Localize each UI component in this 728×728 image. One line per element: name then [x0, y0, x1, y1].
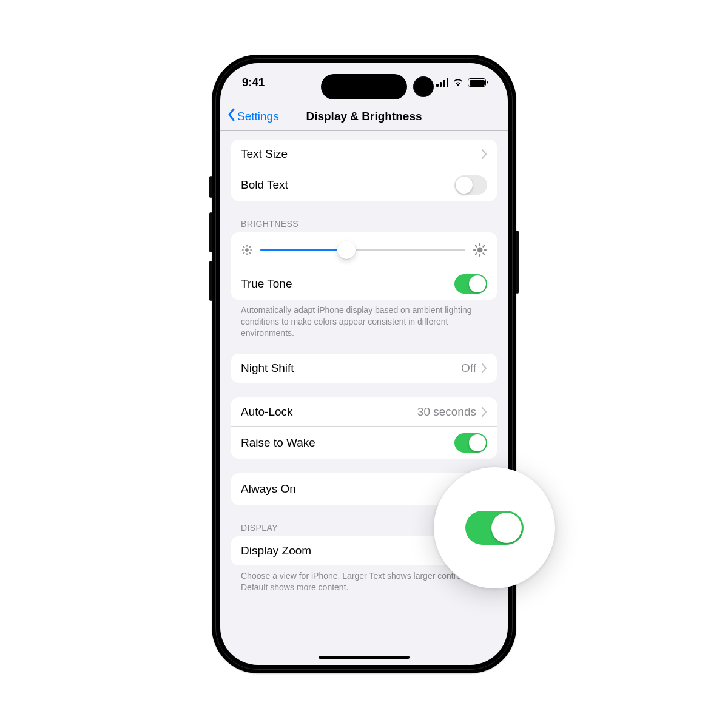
status-time: 9:41 [242, 76, 265, 89]
slider-thumb[interactable] [337, 241, 356, 259]
bold-text-toggle[interactable] [454, 175, 487, 195]
night-shift-value: Off [461, 362, 476, 375]
side-button-volume-down [209, 261, 212, 301]
night-shift-label: Night Shift [241, 362, 461, 375]
display-zoom-label: Display Zoom [241, 544, 440, 558]
raise-to-wake-toggle[interactable] [454, 433, 487, 453]
side-button-ringer [209, 176, 212, 198]
night-shift-row[interactable]: Night Shift Off [231, 354, 497, 383]
text-size-row[interactable]: Text Size [231, 140, 497, 169]
dynamic-island [321, 74, 407, 99]
brightness-slider-row [231, 232, 497, 268]
night-shift-group: Night Shift Off [231, 354, 497, 383]
chevron-right-icon [481, 149, 487, 159]
back-button[interactable]: Settings [228, 108, 279, 124]
side-button-power [516, 231, 519, 294]
text-size-label: Text Size [241, 147, 481, 161]
brightness-slider[interactable] [260, 241, 465, 259]
content-scroll[interactable]: Text Size Bold Text Brightness [220, 131, 508, 665]
device-frame: 9:41 Settings Display & Brightness [212, 55, 516, 673]
slider-fill [260, 249, 346, 251]
raise-to-wake-row: Raise to Wake [231, 426, 497, 459]
text-settings-group: Text Size Bold Text [231, 140, 497, 201]
chevron-right-icon [481, 363, 487, 373]
raise-to-wake-label: Raise to Wake [241, 436, 454, 450]
auto-lock-value: 30 seconds [417, 405, 476, 419]
svg-point-0 [245, 248, 249, 252]
svg-point-1 [477, 248, 483, 253]
sun-small-icon [241, 244, 253, 256]
wifi-icon [452, 78, 464, 87]
magnifier-callout [434, 467, 555, 588]
bold-text-row: Bold Text [231, 169, 497, 201]
bold-text-label: Bold Text [241, 178, 454, 192]
cellular-signal-icon [436, 78, 448, 87]
auto-lock-label: Auto-Lock [241, 405, 417, 419]
brightness-header: Brightness [231, 215, 497, 232]
always-on-toggle-magnified [465, 511, 524, 545]
true-tone-footer: Automatically adapt iPhone display based… [231, 300, 497, 339]
brightness-group: True Tone [231, 232, 497, 300]
always-on-label: Always On [241, 482, 454, 496]
battery-icon [468, 78, 486, 87]
status-right [436, 78, 486, 87]
lock-group: Auto-Lock 30 seconds Raise to Wake [231, 397, 497, 459]
true-tone-toggle[interactable] [454, 274, 487, 294]
side-button-volume-up [209, 212, 212, 252]
chevron-right-icon [481, 407, 487, 417]
chevron-left-icon [228, 108, 236, 124]
auto-lock-row[interactable]: Auto-Lock 30 seconds [231, 397, 497, 426]
true-tone-row: True Tone [231, 268, 497, 300]
home-indicator[interactable] [318, 656, 410, 659]
back-label: Settings [237, 110, 279, 123]
navigation-bar: Settings Display & Brightness [220, 102, 508, 131]
true-tone-label: True Tone [241, 277, 454, 291]
sun-large-icon [473, 243, 487, 257]
